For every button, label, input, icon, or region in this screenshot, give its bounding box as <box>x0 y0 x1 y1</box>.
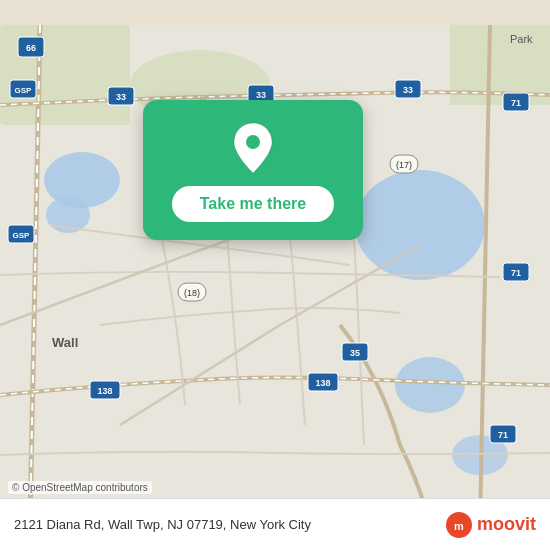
svg-text:Wall: Wall <box>52 335 78 350</box>
svg-text:GSP: GSP <box>15 86 33 95</box>
svg-text:GSP: GSP <box>13 231 31 240</box>
svg-text:66: 66 <box>26 43 36 53</box>
map-background: 66 GSP GSP 33 33 33 (17) 71 71 71 (18) <box>0 0 550 550</box>
svg-text:71: 71 <box>511 268 521 278</box>
moovit-logo-icon: m <box>445 511 473 539</box>
svg-text:71: 71 <box>498 430 508 440</box>
svg-text:m: m <box>454 520 464 532</box>
svg-text:33: 33 <box>116 92 126 102</box>
svg-point-42 <box>246 135 260 149</box>
svg-text:138: 138 <box>97 386 112 396</box>
svg-text:35: 35 <box>350 348 360 358</box>
svg-text:33: 33 <box>256 90 266 100</box>
svg-text:Park: Park <box>510 33 533 45</box>
info-bar: 2121 Diana Rd, Wall Twp, NJ 07719, New Y… <box>0 498 550 550</box>
action-card: Take me there <box>143 100 363 240</box>
svg-point-1 <box>44 152 120 208</box>
svg-point-3 <box>355 170 485 280</box>
osm-credit: © OpenStreetMap contributors <box>8 481 152 494</box>
moovit-logo: m moovit <box>445 511 536 539</box>
svg-text:71: 71 <box>511 98 521 108</box>
svg-text:138: 138 <box>315 378 330 388</box>
location-pin-icon <box>230 122 276 174</box>
svg-text:(17): (17) <box>396 160 412 170</box>
address-text: 2121 Diana Rd, Wall Twp, NJ 07719, New Y… <box>14 517 445 532</box>
svg-text:(18): (18) <box>184 288 200 298</box>
svg-text:33: 33 <box>403 85 413 95</box>
take-me-there-button[interactable]: Take me there <box>172 186 334 222</box>
moovit-text: moovit <box>477 514 536 535</box>
svg-point-4 <box>395 357 465 413</box>
map-container: 66 GSP GSP 33 33 33 (17) 71 71 71 (18) <box>0 0 550 550</box>
